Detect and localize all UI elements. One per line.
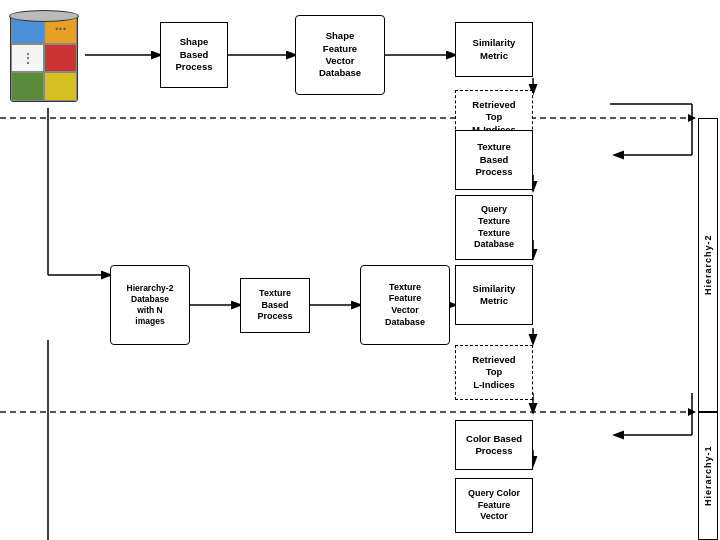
shape-feature-vector-db: Shape Feature Vector Database (295, 15, 385, 95)
shape-based-process: Shape Based Process (160, 22, 228, 88)
query-color-feature-vector: Query Color Feature Vector (455, 478, 533, 533)
image-database: ··· ⋮ (10, 8, 85, 108)
texture-based-process-left: Texture Based Process (240, 278, 310, 333)
svg-marker-22 (688, 114, 696, 122)
color-based-process: Color Based Process (455, 420, 533, 470)
query-texture-db: Query Texture Texture Database (455, 195, 533, 260)
hierarchy2-database: Hierarchy-2 Database with N images (110, 265, 190, 345)
texture-feature-vector-db: Texture Feature Vector Database (360, 265, 450, 345)
similarity-metric-2: Similarity Metric (455, 265, 533, 325)
diagram-container: ··· ⋮ Shape Based Process Shape Feature … (0, 0, 720, 540)
svg-marker-24 (688, 408, 696, 416)
texture-based-process-right: Texture Based Process (455, 130, 533, 190)
retrieved-top-l: Retrieved Top L-Indices (455, 345, 533, 400)
hierarchy2-label: Hierarchy-2 (698, 118, 718, 412)
similarity-metric-1: Similarity Metric (455, 22, 533, 77)
hierarchy1-label: Hierarchy-1 (698, 412, 718, 540)
